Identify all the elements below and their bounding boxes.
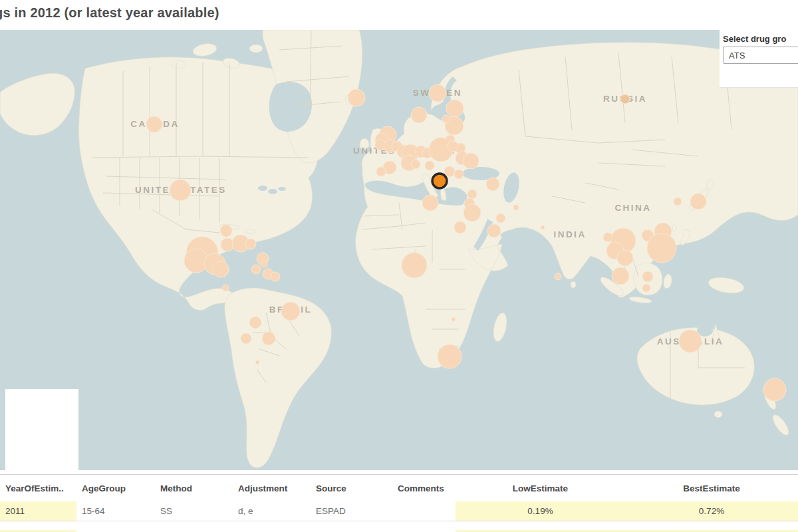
- map-bubble[interactable]: [213, 261, 229, 277]
- map-bubble-russia[interactable]: [620, 94, 630, 104]
- table-cell[interactable]: [392, 501, 456, 521]
- map-bubble[interactable]: [422, 195, 438, 211]
- map-bubble[interactable]: [642, 284, 650, 292]
- map-bubble[interactable]: [487, 224, 501, 237]
- map-bubble[interactable]: [251, 265, 261, 274]
- map-bubble[interactable]: [448, 141, 458, 152]
- column-header[interactable]: Adjustment: [233, 483, 311, 493]
- map-bubble[interactable]: [513, 205, 519, 210]
- table-cell[interactable]: d, e: [233, 501, 311, 521]
- table-cell[interactable]: 0.19%: [456, 501, 625, 521]
- drug-group-select[interactable]: ATS: [723, 47, 798, 64]
- map-bubble[interactable]: [262, 332, 275, 345]
- drug-group-label: Select drug gro: [723, 34, 798, 44]
- map-bubble[interactable]: [438, 344, 462, 368]
- table-cell[interactable]: ESPAD: [311, 501, 392, 521]
- map-bubble[interactable]: [442, 115, 450, 123]
- map-bubble[interactable]: [642, 271, 653, 282]
- map-bubble[interactable]: [146, 116, 162, 132]
- table-cell[interactable]: 2011: [0, 501, 76, 521]
- table-header-row: YearOfEstim..AgeGroupMethodAdjustmentSou…: [0, 474, 798, 502]
- table-cell[interactable]: 15-64: [76, 501, 155, 521]
- map-bubble[interactable]: [452, 317, 456, 321]
- map-bubble[interactable]: [402, 253, 427, 278]
- map-bubble[interactable]: [261, 261, 267, 267]
- map-bubble[interactable]: [411, 107, 427, 123]
- country-label: CHINA: [614, 203, 651, 213]
- column-header[interactable]: Comments: [392, 483, 456, 493]
- map-bubble[interactable]: [496, 213, 505, 223]
- world-map[interactable]: CANADAUNITED STATESBRAZILSWEDENUNITED KI…: [0, 30, 798, 470]
- page-title: gs in 2012 (or latest year available): [0, 5, 219, 21]
- map-bubble[interactable]: [241, 333, 251, 344]
- map-bubble[interactable]: [555, 273, 561, 280]
- map-bubble[interactable]: [281, 302, 300, 321]
- column-header[interactable]: YearOfEstim..: [0, 483, 76, 493]
- country-label: INDIA: [553, 229, 586, 239]
- map-bubble[interactable]: [245, 239, 256, 249]
- map-bubble[interactable]: [679, 330, 702, 352]
- map-bubble[interactable]: [255, 360, 259, 364]
- table-cell[interactable]: 0.72%: [625, 501, 798, 521]
- map-bubble[interactable]: [463, 153, 479, 169]
- map-bubble[interactable]: [603, 233, 612, 242]
- column-header[interactable]: AgeGroup: [76, 483, 155, 493]
- column-header[interactable]: LowEstimate: [456, 483, 625, 493]
- map-bubble[interactable]: [617, 250, 633, 266]
- map-bubble[interactable]: [411, 160, 420, 169]
- map-bubble[interactable]: [429, 84, 446, 102]
- drug-group-panel: Select drug gro ATS: [720, 29, 798, 88]
- column-header[interactable]: BestEstimate: [625, 483, 798, 493]
- data-table: YearOfEstim..AgeGroupMethodAdjustmentSou…: [0, 470, 798, 532]
- map-bubble[interactable]: [612, 267, 629, 285]
- column-header[interactable]: Source: [311, 483, 392, 493]
- map-bubble[interactable]: [763, 378, 786, 401]
- map-bubble[interactable]: [446, 100, 464, 117]
- map-bubble[interactable]: [541, 225, 545, 229]
- map-container[interactable]: CANADAUNITED STATESBRAZILSWEDENUNITED KI…: [0, 30, 798, 470]
- map-bubble[interactable]: [348, 89, 365, 106]
- title-band: gs in 2012 (or latest year available): [0, 0, 798, 30]
- map-bubble[interactable]: [454, 221, 466, 233]
- table-cell[interactable]: SS: [155, 501, 233, 521]
- map-bubble[interactable]: [464, 204, 481, 221]
- column-header[interactable]: Method: [155, 483, 233, 493]
- map-bubble[interactable]: [271, 272, 280, 281]
- map-bubble[interactable]: [454, 170, 464, 179]
- map-bubble[interactable]: [486, 178, 499, 191]
- map-bubble[interactable]: [647, 233, 676, 263]
- map-bubble[interactable]: [690, 194, 706, 209]
- legend-placeholder: [5, 389, 78, 470]
- map-bubble[interactable]: [222, 285, 229, 291]
- map-bubble[interactable]: [376, 167, 386, 176]
- table-row[interactable]: 201115-64SSd, eESPAD0.19%0.72%: [0, 501, 798, 521]
- map-bubble[interactable]: [249, 317, 261, 329]
- map-bubble[interactable]: [674, 198, 682, 205]
- selected-map-bubble[interactable]: [432, 174, 447, 188]
- map-bubble[interactable]: [220, 225, 232, 237]
- map-bubble[interactable]: [425, 161, 434, 170]
- map-bubble[interactable]: [170, 180, 191, 201]
- map-bubble[interactable]: [467, 190, 477, 199]
